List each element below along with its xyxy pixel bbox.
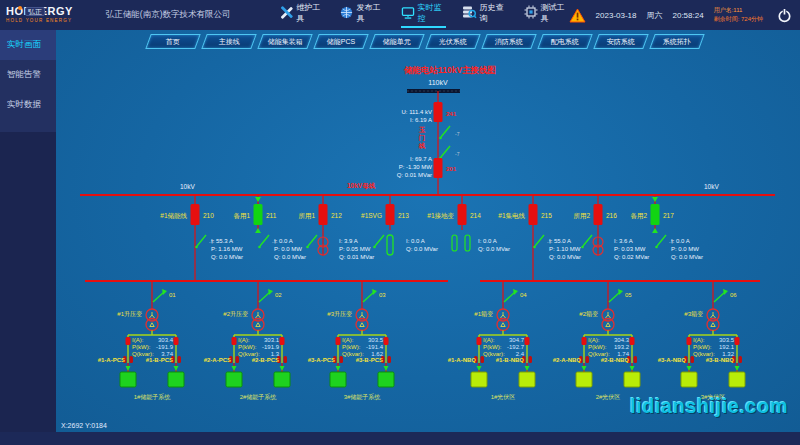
power-button[interactable] bbox=[777, 8, 792, 23]
diagram-path bbox=[150, 323, 154, 327]
breaker-217[interactable] bbox=[651, 204, 660, 225]
date-label: 2023-03-18 bbox=[596, 11, 637, 20]
breaker-216[interactable] bbox=[594, 204, 603, 225]
diagram-text: 210 bbox=[203, 212, 214, 219]
tool-monitor[interactable]: 实时监控 bbox=[401, 2, 446, 28]
breaker-212[interactable] bbox=[319, 204, 328, 225]
transformer-icon[interactable] bbox=[356, 309, 368, 331]
transformer-icon[interactable] bbox=[602, 309, 614, 331]
diagram-polygon bbox=[513, 289, 518, 295]
tool-label: 实时监控 bbox=[418, 2, 446, 24]
breaker-213[interactable] bbox=[386, 204, 395, 225]
diagram-text: Q: 0.0 MVar bbox=[478, 246, 510, 252]
breaker-241[interactable] bbox=[434, 102, 443, 122]
disconnector-switch[interactable] bbox=[581, 235, 592, 248]
nav-tab[interactable]: 储能PCS bbox=[313, 34, 368, 49]
diagram-polygon bbox=[232, 366, 237, 371]
nav-tab[interactable]: 系统拓扑 bbox=[649, 34, 704, 49]
group-#3升压变: 03#3升压变I(A):303.5P(kW):-191.4Q(kvar):1.6… bbox=[308, 281, 394, 401]
nav-tab[interactable]: 主接线 bbox=[201, 34, 256, 49]
diagram-path bbox=[606, 312, 611, 318]
switch-03[interactable] bbox=[363, 289, 377, 302]
pv-box[interactable] bbox=[681, 372, 697, 387]
pv-box[interactable] bbox=[519, 372, 535, 387]
breaker-210[interactable] bbox=[191, 204, 200, 225]
disconnector-switch[interactable] bbox=[373, 235, 384, 248]
diagram-rect bbox=[434, 102, 443, 122]
breaker-201[interactable] bbox=[434, 158, 443, 178]
weekday-label: 周六 bbox=[647, 10, 663, 21]
tab-label: 消防系统 bbox=[495, 36, 523, 46]
pv-box[interactable] bbox=[576, 372, 592, 387]
diagram-text: 2#光伏区 bbox=[596, 393, 621, 401]
disconnector-switch[interactable] bbox=[195, 235, 206, 248]
transformer-icon[interactable] bbox=[146, 309, 158, 331]
disconnector-switch[interactable] bbox=[655, 235, 666, 248]
breaker-215[interactable] bbox=[529, 204, 538, 225]
diagram-text: 10kV bbox=[180, 183, 195, 190]
globe-icon bbox=[340, 6, 353, 21]
diagram-polygon bbox=[652, 197, 658, 202]
switch-06[interactable] bbox=[714, 289, 728, 302]
diagram-line bbox=[259, 292, 270, 302]
switch-04[interactable] bbox=[504, 289, 518, 302]
pv-box[interactable] bbox=[729, 372, 745, 387]
company-name: 弘正储能(南京)数字技术有限公司 bbox=[106, 9, 246, 21]
diagram-circle bbox=[439, 137, 442, 140]
diagram-text: 303.5 bbox=[719, 337, 735, 343]
diagram-circle bbox=[252, 319, 264, 331]
battery-box[interactable] bbox=[378, 372, 394, 387]
transformer-icon[interactable] bbox=[707, 309, 719, 331]
sidebar-item[interactable]: 智能告警 bbox=[0, 60, 56, 90]
bay-212: 所用1212I: 3.9 AP: 0.05 MWQ: 0.01 MVar bbox=[298, 195, 374, 260]
tool-history[interactable]: 历史查询 bbox=[462, 2, 508, 28]
battery-box[interactable] bbox=[330, 372, 346, 387]
switch-01[interactable] bbox=[153, 289, 167, 302]
nav-tab[interactable]: 光伏系统 bbox=[425, 34, 480, 49]
pv-box[interactable] bbox=[471, 372, 487, 387]
diagram-text: 02 bbox=[275, 292, 282, 298]
disconnector-switch[interactable] bbox=[258, 235, 269, 248]
tool-chip[interactable]: 测试工具 bbox=[524, 2, 569, 28]
bay-215: #1集电线215-7I: 55.0 AP: 1.10 MWQ: 0.0 MVar bbox=[498, 195, 581, 281]
tool-wrench[interactable]: 维护工具 bbox=[280, 2, 324, 28]
nav-tab[interactable]: 首页 bbox=[145, 34, 200, 49]
breaker-211[interactable] bbox=[254, 204, 263, 225]
disconnector-switch[interactable] bbox=[306, 235, 317, 248]
diagram-text: I: 0.0 A bbox=[274, 238, 293, 244]
switch-02[interactable] bbox=[259, 289, 273, 302]
pv-box[interactable] bbox=[624, 372, 640, 387]
battery-box[interactable] bbox=[168, 372, 184, 387]
breaker-214[interactable] bbox=[458, 204, 467, 225]
sidebar-item[interactable]: 实时画面 bbox=[0, 30, 56, 60]
sidebar-item[interactable]: 实时数据 bbox=[0, 90, 56, 120]
diagram-line bbox=[308, 235, 317, 246]
diagram-text: #2-B-NBQ bbox=[601, 357, 630, 363]
battery-box[interactable] bbox=[274, 372, 290, 387]
switch-05[interactable] bbox=[609, 289, 623, 302]
diagram-line bbox=[197, 235, 206, 246]
battery-box[interactable] bbox=[120, 372, 136, 387]
nav-tab[interactable]: 配电系统 bbox=[537, 34, 592, 49]
nav-tab[interactable]: 安防系统 bbox=[593, 34, 648, 49]
transformer-icon[interactable] bbox=[497, 309, 509, 331]
disconnector-switch[interactable] bbox=[439, 146, 450, 159]
disconnector-switch[interactable] bbox=[439, 126, 450, 139]
diagram-text: 2#储能子系统 bbox=[240, 393, 278, 401]
tool-globe[interactable]: 发布工具 bbox=[340, 2, 384, 28]
diagram-text: #1-B-NBQ bbox=[496, 357, 525, 363]
battery-box[interactable] bbox=[226, 372, 242, 387]
alarm-warning-icon[interactable] bbox=[569, 8, 586, 23]
diagram-rect bbox=[280, 337, 285, 345]
diagram-path bbox=[501, 312, 506, 318]
nav-tab[interactable]: 储能集装箱 bbox=[257, 34, 312, 49]
disconnector-switch[interactable] bbox=[533, 235, 544, 248]
nav-tab[interactable]: 储能单元 bbox=[369, 34, 424, 49]
diagram-rect bbox=[386, 204, 395, 225]
tool-label: 发布工具 bbox=[356, 2, 384, 24]
watermark: lidianshijie.com bbox=[630, 395, 788, 418]
diagram-text: #1升压变 bbox=[117, 310, 142, 318]
nav-tab[interactable]: 消防系统 bbox=[481, 34, 536, 49]
diagram-circle bbox=[373, 246, 376, 249]
transformer-icon[interactable] bbox=[252, 309, 264, 331]
